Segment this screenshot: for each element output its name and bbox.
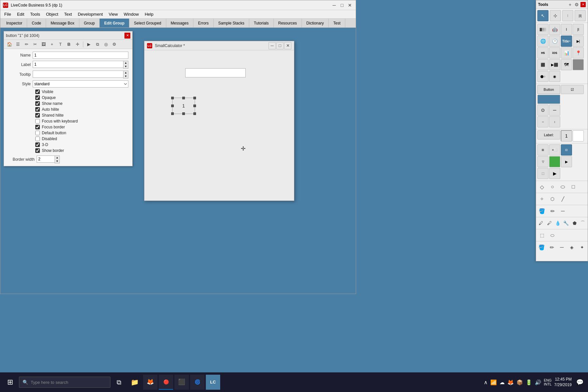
tool-clock[interactable]: 🕐 [549,36,560,47]
tool-fill2[interactable]: 🪣 [537,243,546,252]
border-width-spin-up[interactable]: ▲ [55,156,59,159]
inspector-tool-image[interactable]: 🖼 [40,41,47,48]
task-view-button[interactable]: ⧉ [112,375,126,390]
tool-table[interactable]: ⊞ [537,144,548,155]
label-spin-down[interactable]: ▼ [123,65,128,68]
tray-sound[interactable]: 🔊 [535,379,541,385]
tab-code[interactable]: Code [27,19,46,27]
tool-line[interactable]: ╱ [558,194,567,204]
border-width-input[interactable] [37,155,55,163]
tool-wheel[interactable]: ◉ [549,71,560,82]
tab-messages[interactable]: Messages [166,19,194,27]
tooltip-spin-down[interactable]: ▼ [123,74,128,78]
tray-dropbox[interactable]: 📦 [516,379,523,385]
calc-button-1[interactable]: 1 [172,98,195,114]
inspector-tool-move[interactable]: ✛ [74,41,81,48]
taskbar-app1[interactable]: 🔴 [159,375,173,390]
inspector-tool-plus[interactable]: + [48,41,56,48]
tool-ios[interactable]: iOS [549,47,560,58]
menu-tools[interactable]: Tools [27,11,42,17]
calc-minimize-button[interactable]: ─ [269,42,276,49]
tool-browser[interactable]: ⬛ [537,59,548,70]
tool-radio[interactable]: ⊙ [537,105,548,116]
label-spin-up[interactable]: ▲ [123,61,128,65]
shared-hilite-checkbox[interactable] [35,113,40,118]
inspector-tool-home[interactable]: 🏠 [6,41,13,48]
tray-chevron[interactable]: ∧ [484,379,488,385]
minimize-button[interactable]: ─ [331,2,337,8]
tab-sample-stacks[interactable]: Sample Stacks [214,19,249,27]
tool-hline[interactable]: ─ [558,206,567,216]
tool-pen2[interactable]: 🖋 [546,219,553,228]
default-button-checkbox[interactable] [35,131,40,135]
tool-line-h[interactable]: ─ [549,105,560,116]
tool-globe[interactable]: 🌐 [537,36,548,47]
tool-pen[interactable]: 🖊 [537,219,545,228]
show-name-checkbox[interactable] [35,101,40,106]
tool-gradient[interactable]: ◈ [567,243,576,252]
system-clock[interactable]: 12:45 PM 7/29/2019 [554,377,572,388]
name-input[interactable] [33,52,128,59]
tool-rect[interactable]: □ [569,182,578,191]
tab-edit-group[interactable]: Edit Group [100,19,129,27]
tool-toggle[interactable]: ⬤○ [537,71,548,82]
visible-checkbox[interactable] [35,90,40,94]
tool-poly2[interactable]: ⬟ [571,219,578,228]
tool-player[interactable]: ▶⬛ [549,59,560,70]
disabled-checkbox[interactable] [35,137,40,141]
calc-display-field[interactable] [185,68,246,77]
focus-keyboard-checkbox[interactable] [35,119,40,123]
tools-plus-button[interactable]: + [567,2,573,7]
tool-circle[interactable]: ○ [548,182,557,191]
tool-field3[interactable]: |I [573,24,584,35]
tool-misc1[interactable]: ⬚ [537,168,548,179]
tool-pencil[interactable]: ✏ [548,206,557,216]
notifications-button[interactable]: 💬 [574,377,585,388]
tool-select[interactable]: ⊹ [550,10,561,21]
tray-firefox2[interactable]: 🦊 [507,379,514,385]
tool-android[interactable]: 🤖 [549,24,560,35]
tool-misc[interactable] [573,59,584,70]
inspector-tool-text[interactable]: T [57,41,64,48]
focus-border-checkbox[interactable] [35,125,40,129]
tool-checkbox-shortcut[interactable]: ☑ [561,85,584,94]
tooltip-spin-up[interactable]: ▲ [123,71,128,74]
start-button[interactable]: ⊞ [3,375,18,390]
file-explorer-button[interactable]: 📁 [127,375,142,390]
tool-rect-select[interactable]: ⬚ [537,231,547,240]
tab-inspector[interactable]: Inspector [2,19,27,27]
inspector-tool-target[interactable]: ◎ [102,41,109,48]
auto-hilite-checkbox[interactable] [35,107,40,112]
tools-settings-button[interactable]: ⚙ [574,2,579,7]
inspector-tool-cut[interactable]: ✂ [31,41,39,48]
tool-dropper[interactable]: 🔧 [563,219,570,228]
tool-location[interactable]: 📍 [573,47,584,58]
taskbar-firefox[interactable]: 🦊 [143,375,157,390]
tool-scrollbar-h[interactable]: ↔ [537,116,548,127]
tool-title[interactable]: Title + [561,36,572,47]
tab-dictionary[interactable]: Dictionary [302,19,329,27]
tool-barcode[interactable]: ▓▒░ [537,24,548,35]
tooltip-input[interactable] [33,71,123,78]
tool-pencil2[interactable]: ✏ [547,243,556,252]
inspector-tool-list[interactable]: ☰ [14,41,22,48]
tool-chart[interactable]: 📊 [561,47,572,58]
tray-cloud[interactable]: ☁ [499,379,505,385]
tool-diamond[interactable]: ◇ [537,182,547,191]
menu-object[interactable]: Object [43,11,61,17]
tab-errors[interactable]: Errors [193,19,214,27]
tool-lineweight[interactable]: ─ [558,243,566,252]
tool-pattern[interactable]: ✦ [578,243,586,252]
tray-network[interactable]: 📶 [490,379,497,385]
tool-dropdown[interactable]: ▽ [537,156,548,167]
opaque-checkbox[interactable] [35,95,40,100]
inspector-close-button[interactable]: ✕ [124,33,130,39]
taskbar-terminal[interactable]: ⬛ [174,375,189,390]
calc-maximize-button[interactable]: □ [276,42,284,49]
tool-browse[interactable]: I [562,10,573,21]
tool-eraser[interactable]: ⬭ [548,231,557,240]
tool-field2[interactable]: I [561,24,572,35]
taskbar-app2[interactable]: 🌀 [190,375,204,390]
menu-development[interactable]: Development [75,11,106,17]
search-bar[interactable]: 🔍 Type here to search [19,377,110,388]
